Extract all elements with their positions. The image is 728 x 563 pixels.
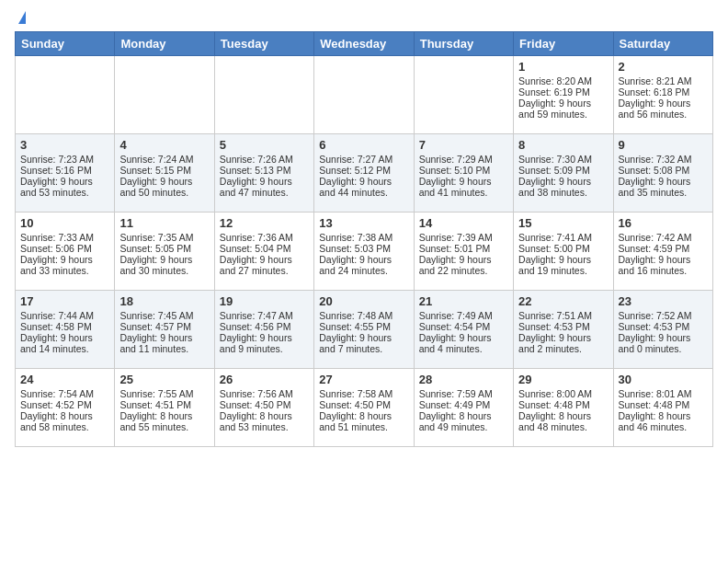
day-number: 5 bbox=[220, 138, 309, 152]
weekday-header-tuesday: Tuesday bbox=[214, 32, 313, 56]
day-info-line: Daylight: 8 hours and 58 minutes. bbox=[20, 410, 109, 432]
day-info-line: Sunset: 6:18 PM bbox=[619, 86, 708, 98]
calendar-cell: 1Sunrise: 8:20 AMSunset: 6:19 PMDaylight… bbox=[514, 56, 613, 134]
day-info-line: Sunset: 5:06 PM bbox=[20, 243, 109, 254]
day-info-line: Sunrise: 7:55 AM bbox=[119, 388, 209, 399]
weekday-header-sunday: Sunday bbox=[16, 32, 115, 56]
day-info-line: Sunset: 5:16 PM bbox=[20, 165, 109, 176]
day-info-line: Sunrise: 7:45 AM bbox=[119, 310, 209, 321]
calendar-cell: 28Sunrise: 7:59 AMSunset: 4:49 PMDayligh… bbox=[414, 369, 513, 447]
day-info-line: Sunset: 5:01 PM bbox=[419, 243, 508, 254]
day-info-line: Daylight: 9 hours and 56 minutes. bbox=[619, 98, 708, 120]
week-row-3: 10Sunrise: 7:33 AMSunset: 5:06 PMDayligh… bbox=[16, 213, 713, 291]
day-info-line: Daylight: 9 hours and 0 minutes. bbox=[619, 332, 708, 354]
day-number: 4 bbox=[119, 138, 209, 152]
calendar-cell: 22Sunrise: 7:51 AMSunset: 4:53 PMDayligh… bbox=[514, 291, 613, 369]
day-number: 21 bbox=[419, 294, 508, 308]
calendar-cell: 23Sunrise: 7:52 AMSunset: 4:53 PMDayligh… bbox=[613, 291, 712, 369]
day-number: 28 bbox=[419, 373, 508, 386]
calendar-cell: 3Sunrise: 7:23 AMSunset: 5:16 PMDaylight… bbox=[16, 134, 115, 213]
weekday-header-friday: Friday bbox=[514, 32, 613, 56]
day-number: 2 bbox=[619, 60, 708, 74]
calendar-cell: 4Sunrise: 7:24 AMSunset: 5:15 PMDaylight… bbox=[115, 134, 214, 213]
day-number: 3 bbox=[20, 138, 109, 152]
week-row-2: 3Sunrise: 7:23 AMSunset: 5:16 PMDaylight… bbox=[16, 134, 713, 213]
day-info-line: Sunrise: 8:00 AM bbox=[518, 388, 608, 399]
day-info-line: Daylight: 9 hours and 38 minutes. bbox=[518, 176, 608, 198]
calendar-cell: 29Sunrise: 8:00 AMSunset: 4:48 PMDayligh… bbox=[514, 369, 613, 447]
logo-triangle-icon bbox=[18, 11, 26, 24]
day-number: 16 bbox=[619, 216, 708, 230]
logo bbox=[15, 15, 26, 24]
day-info-line: Daylight: 8 hours and 49 minutes. bbox=[419, 410, 508, 432]
day-info-line: Sunset: 4:51 PM bbox=[119, 399, 209, 410]
calendar-cell: 26Sunrise: 7:56 AMSunset: 4:50 PMDayligh… bbox=[214, 369, 313, 447]
calendar-cell bbox=[16, 56, 115, 134]
calendar-cell bbox=[115, 56, 214, 134]
day-info-line: Sunset: 4:52 PM bbox=[20, 399, 109, 410]
day-info-line: Sunrise: 7:24 AM bbox=[119, 154, 209, 165]
calendar-cell: 18Sunrise: 7:45 AMSunset: 4:57 PMDayligh… bbox=[115, 291, 214, 369]
day-info-line: Sunrise: 7:56 AM bbox=[220, 388, 309, 399]
day-number: 7 bbox=[419, 138, 508, 152]
day-info-line: Sunrise: 7:48 AM bbox=[319, 310, 408, 321]
week-row-1: 1Sunrise: 8:20 AMSunset: 6:19 PMDaylight… bbox=[16, 56, 713, 134]
day-info-line: Sunrise: 7:35 AM bbox=[119, 232, 209, 243]
day-info-line: Sunrise: 8:21 AM bbox=[619, 75, 708, 86]
day-number: 18 bbox=[119, 294, 209, 308]
weekday-header-saturday: Saturday bbox=[613, 32, 712, 56]
day-number: 26 bbox=[220, 373, 309, 386]
calendar-cell: 2Sunrise: 8:21 AMSunset: 6:18 PMDaylight… bbox=[613, 56, 712, 134]
day-info-line: Sunrise: 7:58 AM bbox=[319, 388, 408, 399]
week-row-4: 17Sunrise: 7:44 AMSunset: 4:58 PMDayligh… bbox=[16, 291, 713, 369]
day-info-line: Sunrise: 7:39 AM bbox=[419, 232, 508, 243]
day-info-line: Sunrise: 7:30 AM bbox=[518, 154, 608, 165]
day-info-line: Daylight: 9 hours and 2 minutes. bbox=[518, 332, 608, 354]
day-info-line: Daylight: 8 hours and 46 minutes. bbox=[619, 410, 708, 432]
weekday-header-wednesday: Wednesday bbox=[314, 32, 414, 56]
day-info-line: Sunset: 4:48 PM bbox=[518, 399, 608, 410]
calendar-cell: 15Sunrise: 7:41 AMSunset: 5:00 PMDayligh… bbox=[514, 213, 613, 291]
calendar-cell bbox=[314, 56, 414, 134]
day-info-line: Daylight: 9 hours and 19 minutes. bbox=[518, 254, 608, 276]
day-number: 20 bbox=[319, 294, 408, 308]
day-info-line: Daylight: 9 hours and 59 minutes. bbox=[518, 98, 608, 120]
day-info-line: Daylight: 8 hours and 53 minutes. bbox=[220, 410, 309, 432]
calendar-cell: 10Sunrise: 7:33 AMSunset: 5:06 PMDayligh… bbox=[16, 213, 115, 291]
day-info-line: Sunset: 5:09 PM bbox=[518, 165, 608, 176]
day-number: 29 bbox=[518, 373, 608, 386]
day-number: 8 bbox=[518, 138, 608, 152]
day-info-line: Daylight: 9 hours and 9 minutes. bbox=[220, 332, 309, 354]
calendar-cell: 19Sunrise: 7:47 AMSunset: 4:56 PMDayligh… bbox=[214, 291, 313, 369]
day-info-line: Sunset: 5:04 PM bbox=[220, 243, 309, 254]
day-info-line: Sunset: 5:00 PM bbox=[518, 243, 608, 254]
day-info-line: Sunrise: 7:54 AM bbox=[20, 388, 109, 399]
calendar-cell: 16Sunrise: 7:42 AMSunset: 4:59 PMDayligh… bbox=[613, 213, 712, 291]
day-info-line: Daylight: 9 hours and 24 minutes. bbox=[319, 254, 408, 276]
day-info-line: Daylight: 9 hours and 7 minutes. bbox=[319, 332, 408, 354]
calendar-cell: 7Sunrise: 7:29 AMSunset: 5:10 PMDaylight… bbox=[414, 134, 513, 213]
day-info-line: Daylight: 8 hours and 48 minutes. bbox=[518, 410, 608, 432]
day-info-line: Sunset: 4:49 PM bbox=[419, 399, 508, 410]
day-number: 6 bbox=[319, 138, 408, 152]
day-number: 24 bbox=[20, 373, 109, 386]
day-info-line: Sunset: 6:19 PM bbox=[518, 86, 608, 98]
calendar-table: SundayMondayTuesdayWednesdayThursdayFrid… bbox=[15, 31, 713, 447]
day-info-line: Sunrise: 7:41 AM bbox=[518, 232, 608, 243]
weekday-header-monday: Monday bbox=[115, 32, 214, 56]
day-number: 12 bbox=[220, 216, 309, 230]
day-number: 23 bbox=[619, 294, 708, 308]
calendar-cell: 13Sunrise: 7:38 AMSunset: 5:03 PMDayligh… bbox=[314, 213, 414, 291]
day-info-line: Sunset: 5:13 PM bbox=[220, 165, 309, 176]
day-info-line: Daylight: 9 hours and 33 minutes. bbox=[20, 254, 109, 276]
day-info-line: Sunrise: 8:01 AM bbox=[619, 388, 708, 399]
week-row-5: 24Sunrise: 7:54 AMSunset: 4:52 PMDayligh… bbox=[16, 369, 713, 447]
day-number: 1 bbox=[518, 60, 608, 74]
calendar-cell: 9Sunrise: 7:32 AMSunset: 5:08 PMDaylight… bbox=[613, 134, 712, 213]
day-info-line: Sunset: 4:55 PM bbox=[319, 321, 408, 332]
page-header bbox=[15, 15, 713, 24]
day-info-line: Sunset: 5:10 PM bbox=[419, 165, 508, 176]
day-info-line: Sunrise: 7:52 AM bbox=[619, 310, 708, 321]
day-info-line: Daylight: 9 hours and 30 minutes. bbox=[119, 254, 209, 276]
day-info-line: Daylight: 9 hours and 53 minutes. bbox=[20, 176, 109, 198]
